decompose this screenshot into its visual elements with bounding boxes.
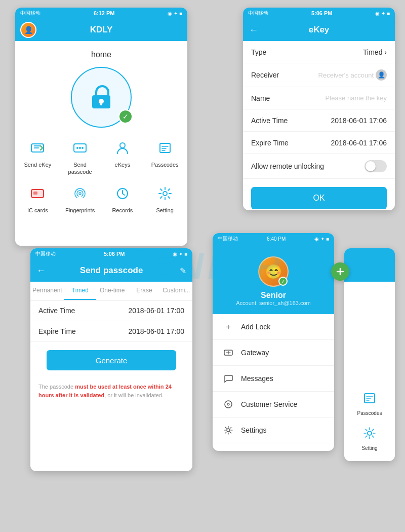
grid-item-passcodes[interactable]: Passcodes — [147, 138, 182, 176]
tab-customize[interactable]: Customi... — [160, 282, 192, 300]
menu-item-settings[interactable]: Settings — [213, 417, 334, 443]
icons-ekey: ◉ ✦ ■ — [375, 11, 390, 16]
grid-item-send-passcode[interactable]: Sendpasscode — [63, 138, 98, 176]
edit-icon[interactable]: ✎ — [180, 266, 186, 276]
screen-profile: 中国移动 6:40 PM ◉ ✦ ■ 😊 ✓ Senior Account: s… — [213, 233, 334, 451]
passcode-expire-time-value: 2018-06-01 17:00 — [128, 327, 184, 335]
tab-row: Permanent Timed One-time Erase Customi..… — [30, 282, 192, 300]
settings-icon — [223, 425, 234, 436]
expire-time-label: Expire Time — [251, 139, 289, 147]
svg-point-5 — [76, 147, 78, 149]
ekey-row-active-time: Active Time 2018-06-01 17:06 — [243, 109, 395, 132]
grid-item-records[interactable]: Records — [105, 183, 140, 214]
profile-avatar[interactable]: 😊 ✓ — [258, 256, 289, 287]
records-icon — [112, 183, 133, 204]
carrier-ekey: 中国移动 — [248, 10, 268, 17]
grid-item-send-ekey[interactable]: Send eKey — [20, 138, 55, 176]
send-passcode-label: Sendpasscode — [68, 161, 92, 176]
icons-profile: ◉ ✦ ■ — [314, 236, 329, 242]
lock-container[interactable]: ✓ — [71, 67, 132, 128]
icons-kdly: ◉ ✦ ■ — [168, 11, 182, 16]
carrier-passcode: 中国移动 — [35, 250, 56, 257]
icons-passcode: ◉ ✦ ■ — [173, 251, 187, 257]
ekeys-label: eKeys — [115, 161, 131, 168]
settings-label: Settings — [241, 426, 267, 434]
menu-item-customer-service[interactable]: Customer Service — [213, 392, 334, 417]
svg-rect-9 — [160, 143, 170, 153]
grid-item-ekeys[interactable]: eKeys — [105, 138, 140, 176]
svg-point-8 — [120, 143, 125, 148]
icon-grid: Send eKey Sendpasscode eKeys Passcodes — [15, 128, 187, 219]
status-bar-ekey: 中国移动 5:06 PM ◉ ✦ ■ — [243, 8, 395, 19]
fingerprints-icon — [70, 183, 90, 204]
passcode-body: Permanent Timed One-time Erase Customi..… — [30, 282, 192, 471]
partial-passcodes: Passcodes — [357, 391, 382, 416]
passcodes-icon — [155, 138, 175, 158]
passcode-row-active-time: Active Time 2018-06-01 17:00 — [30, 300, 192, 321]
carrier-kdly: 中国移动 — [20, 10, 40, 17]
tab-permanent[interactable]: Permanent — [30, 282, 64, 300]
time-kdly: 6:12 PM — [94, 10, 115, 16]
generate-button[interactable]: Generate — [47, 350, 176, 370]
svg-point-7 — [82, 147, 84, 149]
records-label: Records — [112, 207, 133, 214]
ok-button[interactable]: OK — [251, 187, 387, 209]
nav-bar-ekey: ← eKey — [243, 19, 395, 41]
nav-bar-passcode: ← Send passcode ✎ — [30, 259, 192, 282]
screen-passcode: 中国移动 5:06 PM ◉ ✦ ■ ← Send passcode ✎ Per… — [30, 248, 192, 471]
ekey-row-name[interactable]: Name Please name the key — [243, 87, 395, 109]
grid-item-setting[interactable]: Setting — [147, 183, 182, 214]
kdly-title: KDLY — [90, 25, 113, 35]
ekey-title: eKey — [309, 25, 330, 35]
svg-point-16 — [225, 401, 232, 408]
active-time-value: 2018-06-01 17:06 — [331, 117, 387, 125]
receiver-placeholder: Receiver's account — [318, 71, 374, 79]
home-label: home — [91, 50, 111, 59]
avatar-kdly[interactable]: 👤 — [20, 22, 36, 38]
partial-passcodes-label: Passcodes — [357, 410, 382, 416]
passcode-title: Send passcode — [80, 265, 143, 276]
tab-timed[interactable]: Timed — [64, 282, 96, 300]
nav-bar-kdly: 👤 KDLY — [15, 19, 187, 41]
tab-erase[interactable]: Erase — [128, 282, 160, 300]
lock-status-dot: ✓ — [118, 109, 133, 124]
warning-text: The passcode must be used at least once … — [30, 378, 192, 403]
menu-item-add-lock[interactable]: ＋ Add Lock — [213, 314, 334, 340]
grid-item-fingerprints[interactable]: Fingerprints — [63, 183, 98, 214]
back-button-ekey[interactable]: ← — [249, 25, 258, 35]
warning-normal: The passcode — [38, 384, 75, 390]
back-button-passcode[interactable]: ← — [36, 265, 46, 276]
fingerprints-label: Fingerprints — [65, 207, 95, 214]
ekeys-icon — [112, 138, 133, 158]
remote-unlock-toggle[interactable] — [364, 160, 387, 172]
setting-label: Setting — [156, 207, 174, 214]
partial-setting-icon — [362, 426, 377, 443]
screen-partial: Passcodes Setting — [344, 248, 395, 461]
green-float-button[interactable] — [331, 262, 349, 281]
partial-top — [344, 248, 395, 282]
ekey-body: Type Timed › Receiver Receiver's account… — [243, 41, 395, 210]
ekey-row-receiver[interactable]: Receiver Receiver's account 👤 — [243, 63, 395, 87]
passcode-expire-time-label: Expire Time — [38, 327, 76, 335]
ic-cards-label: IC cards — [27, 207, 48, 214]
ic-cards-icon — [27, 183, 48, 204]
menu-item-gateway[interactable]: Gateway — [213, 340, 334, 366]
profile-account: Account: senior_ah@163.com — [236, 300, 311, 306]
ekey-row-remote-unlock[interactable]: Allow remote unlocking — [243, 154, 395, 179]
time-passcode: 5:06 PM — [104, 251, 125, 257]
tab-one-time[interactable]: One-time — [96, 282, 128, 300]
menu-item-messages[interactable]: Messages — [213, 366, 334, 392]
grid-item-ic-cards[interactable]: IC cards — [20, 183, 55, 214]
ekey-row-type[interactable]: Type Timed › — [243, 41, 395, 63]
gateway-label: Gateway — [241, 349, 269, 357]
svg-rect-19 — [364, 394, 375, 403]
messages-label: Messages — [241, 374, 273, 383]
time-profile: 6:40 PM — [267, 236, 286, 242]
add-lock-icon: ＋ — [223, 321, 234, 332]
expire-time-value: 2018-06-01 17:06 — [331, 139, 387, 147]
kdly-body: home ✓ Send eKey — [15, 41, 187, 246]
passcodes-label: Passcodes — [151, 161, 179, 168]
setting-icon — [155, 183, 175, 204]
customer-service-label: Customer Service — [241, 400, 297, 408]
person-icon: 👤 — [376, 69, 387, 81]
